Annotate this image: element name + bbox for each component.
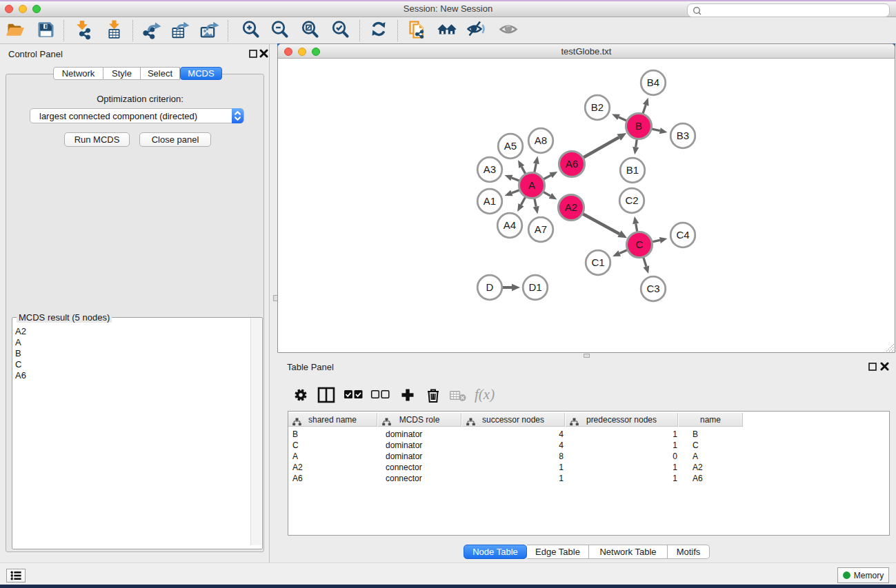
- svg-text:B2: B2: [591, 101, 604, 113]
- svg-text:A8: A8: [535, 134, 547, 146]
- svg-text:A4: A4: [504, 219, 516, 231]
- svg-text:D1: D1: [528, 281, 541, 293]
- svg-text:C3: C3: [646, 283, 659, 294]
- svg-text:A1: A1: [484, 195, 496, 207]
- svg-text:A: A: [528, 179, 535, 191]
- svg-text:A6: A6: [566, 158, 578, 170]
- svg-text:B: B: [635, 120, 642, 132]
- svg-text:A7: A7: [535, 223, 547, 235]
- svg-text:B3: B3: [677, 130, 689, 141]
- svg-text:B4: B4: [647, 77, 659, 88]
- svg-text:C2: C2: [625, 194, 638, 206]
- svg-text:A2: A2: [565, 201, 577, 213]
- svg-text:B1: B1: [626, 164, 639, 176]
- svg-text:A5: A5: [504, 140, 517, 152]
- svg-text:D: D: [486, 281, 494, 293]
- svg-text:C4: C4: [676, 229, 689, 241]
- svg-text:C: C: [636, 239, 644, 250]
- svg-text:C1: C1: [591, 256, 604, 268]
- svg-text:A3: A3: [484, 163, 496, 175]
